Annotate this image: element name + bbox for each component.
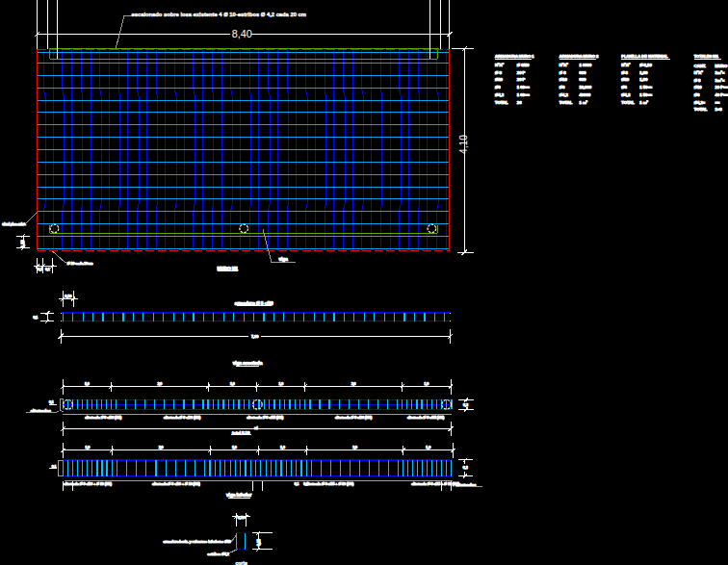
svg-text:0,1: 0,1 <box>45 268 50 271</box>
svg-text:CANT.: CANT. <box>694 64 706 68</box>
svg-text:TOTALES M1: TOTALES M1 <box>694 54 719 59</box>
svg-text:1,0: 1,0 <box>86 446 91 449</box>
svg-text:Ø 8: Ø 8 <box>495 70 502 75</box>
svg-text:1m³×: 1m³× <box>715 78 725 83</box>
svg-text:2,0: 2,0 <box>352 446 357 449</box>
svg-text:alternada Ø 8 c/15 (M2): alternada Ø 8 c/15 (M2) <box>407 416 444 420</box>
svg-text:0,10: 0,10 <box>238 516 245 520</box>
svg-text:TOTAL: TOTAL <box>694 107 708 112</box>
svg-text:20 P: 20 P <box>517 77 526 82</box>
svg-text:1,00: 1,00 <box>639 70 648 75</box>
svg-text:Ø10: Ø10 <box>621 77 630 82</box>
svg-text:2,0: 2,0 <box>351 382 356 386</box>
svg-text:1,0: 1,0 <box>424 382 429 386</box>
svg-text:2,0: 2,0 <box>157 382 162 386</box>
svg-text:Ø10: Ø10 <box>694 85 703 90</box>
svg-text:alternada Ø 8 c/20 + Ø 10 (M2): alternada Ø 8 c/20 + Ø 10 (M2) <box>152 482 200 486</box>
svg-text:600: 600 <box>579 77 586 82</box>
svg-text:1,0: 1,0 <box>230 382 235 386</box>
svg-text:26: 26 <box>517 100 522 105</box>
svg-text:0,15: 0,15 <box>20 240 25 248</box>
svg-text:1 0000: 1 0000 <box>579 63 591 67</box>
svg-text:1 m²: 1 m² <box>579 100 587 105</box>
svg-text:alternada Ø 8 c/20 + Ø 10 (M1): alternada Ø 8 c/20 + Ø 10 (M1) <box>64 482 112 486</box>
svg-text:Ø10: Ø10 <box>495 77 504 82</box>
svg-text:Ø6: Ø6 <box>495 85 501 90</box>
svg-text:Ø 8/10: Ø 8/10 <box>517 63 530 67</box>
svg-text:0,1: 0,1 <box>38 268 42 271</box>
svg-text:alternada Ø 8 c/15 (M1): alternada Ø 8 c/15 (M1) <box>247 416 283 420</box>
svg-text:armadura Ø 8 c/20: armadura Ø 8 c/20 <box>235 301 273 306</box>
svg-text:MURO M1: MURO M1 <box>217 267 238 271</box>
svg-text:total 8,10: total 8,10 <box>232 430 250 435</box>
svg-text:Ø6: Ø6 <box>694 92 700 97</box>
svg-text:corte: corte <box>235 560 247 565</box>
svg-text:1 50××: 1 50×× <box>639 85 653 90</box>
svg-text:Ø4,2: Ø4,2 <box>495 92 505 97</box>
svg-text:1,00: 1,00 <box>639 77 648 82</box>
svg-text:1,0: 1,0 <box>426 446 430 449</box>
svg-text:1 60××: 1 60×× <box>517 85 531 90</box>
svg-text:1×8: 1×8 <box>715 107 723 112</box>
svg-text:alternada Ø 8 c/20 (M2): alternada Ø 8 c/20 (M2) <box>164 416 200 420</box>
svg-text:0,2: 0,2 <box>463 466 468 470</box>
svg-text:1,0: 1,0 <box>280 446 285 449</box>
svg-text:viga acostada: viga acostada <box>233 361 263 366</box>
svg-text:0,1: 0,1 <box>295 482 299 486</box>
svg-text:Ø10: Ø10 <box>559 77 568 82</box>
svg-text:alternada Ø 8 c/20 (M1): alternada Ø 8 c/20 (M1) <box>85 416 121 420</box>
svg-text:alternados: alternados <box>31 408 52 413</box>
svg-text:estribos Ø4,2: estribos Ø4,2 <box>208 552 229 556</box>
svg-text:Ø6: Ø6 <box>621 85 627 90</box>
svg-text:Ø 8: Ø 8 <box>694 78 701 83</box>
svg-text:PLANILLA DE MATERIAL: PLANILLA DE MATERIAL <box>621 54 668 59</box>
svg-text:1 m²: 1 m² <box>639 100 648 105</box>
svg-text:40 P××: 40 P×× <box>715 92 728 97</box>
svg-text:ARMADURA MURO 1: ARMADURA MURO 1 <box>495 54 534 59</box>
svg-text:ARMADURA MURO 2: ARMADURA MURO 2 <box>559 54 599 59</box>
svg-text:HºAº: HºAº <box>559 63 569 67</box>
svg-text:viga: viga <box>279 257 289 262</box>
svg-text:Ø4,2: Ø4,2 <box>621 92 631 97</box>
svg-text:1,0: 1,0 <box>85 382 90 386</box>
svg-text:Ø6: Ø6 <box>559 85 565 90</box>
svg-text:1,0: 1,0 <box>232 446 237 449</box>
svg-text:1 60××: 1 60×× <box>517 92 531 97</box>
svg-text:escalonado sobre losa existent: escalonado sobre losa existente 4 Ø 10-e… <box>132 12 306 17</box>
svg-text:0,1: 0,1 <box>303 482 308 486</box>
svg-text:Ø 8,10: Ø 8,10 <box>639 63 652 67</box>
svg-text:1,0: 1,0 <box>278 382 283 386</box>
svg-text:Ø 8: Ø 8 <box>559 70 566 75</box>
svg-text:600: 600 <box>579 70 586 75</box>
svg-text:Ø4,2: Ø4,2 <box>559 92 569 97</box>
svg-text:20 P: 20 P <box>517 70 526 75</box>
svg-text:7,80: 7,80 <box>251 335 258 339</box>
svg-text:TOTAL: TOTAL <box>495 100 508 105</box>
svg-text:TOTAL: TOTAL <box>559 100 573 105</box>
svg-text:40000: 40000 <box>579 92 590 97</box>
svg-text:0,1: 0,1 <box>34 316 39 320</box>
svg-text:10,000: 10,000 <box>579 85 591 90</box>
svg-text:××: ×× <box>715 100 720 105</box>
svg-text:1 50××: 1 50×× <box>639 92 653 97</box>
svg-text:alternada Ø 8 c/20 (M3): alternada Ø 8 c/20 (M3) <box>335 416 372 420</box>
svg-text:HºAº: HºAº <box>621 63 631 67</box>
svg-text:0,2: 0,2 <box>463 403 468 407</box>
svg-text:0,20: 0,20 <box>257 539 261 546</box>
svg-text:MURO M: MURO M <box>715 64 728 68</box>
svg-text:HºAº: HºAº <box>495 63 505 67</box>
svg-text:20 P××: 20 P×× <box>715 85 728 90</box>
svg-text:TOTAL: TOTAL <box>621 100 635 105</box>
svg-text:1m³×: 1m³× <box>715 70 725 75</box>
svg-text:alternada Ø 8 c/15 + Ø 10 (M3): alternada Ø 8 c/15 + Ø 10 (M3) <box>305 482 353 486</box>
svg-text:viga inferior: viga inferior <box>226 493 252 498</box>
svg-text:HºAº: HºAº <box>694 70 704 75</box>
svg-text:8,40: 8,40 <box>232 28 252 39</box>
svg-text:nivel piso exist.: nivel piso exist. <box>2 222 26 226</box>
svg-text:armadura horiz. y refuerzos in: armadura horiz. y refuerzos inferiores Ø… <box>163 540 230 544</box>
svg-text:2,0: 2,0 <box>159 446 164 449</box>
svg-text:Ø 10 cada 20cm: Ø 10 cada 20cm <box>67 262 92 266</box>
svg-text:alternada Ø 8 c/15 + Ø 10 (M4): alternada Ø 8 c/15 + Ø 10 (M4) <box>411 482 459 486</box>
svg-text:Ø 8: Ø 8 <box>621 70 628 75</box>
svg-text:4,10: 4,10 <box>458 135 469 154</box>
